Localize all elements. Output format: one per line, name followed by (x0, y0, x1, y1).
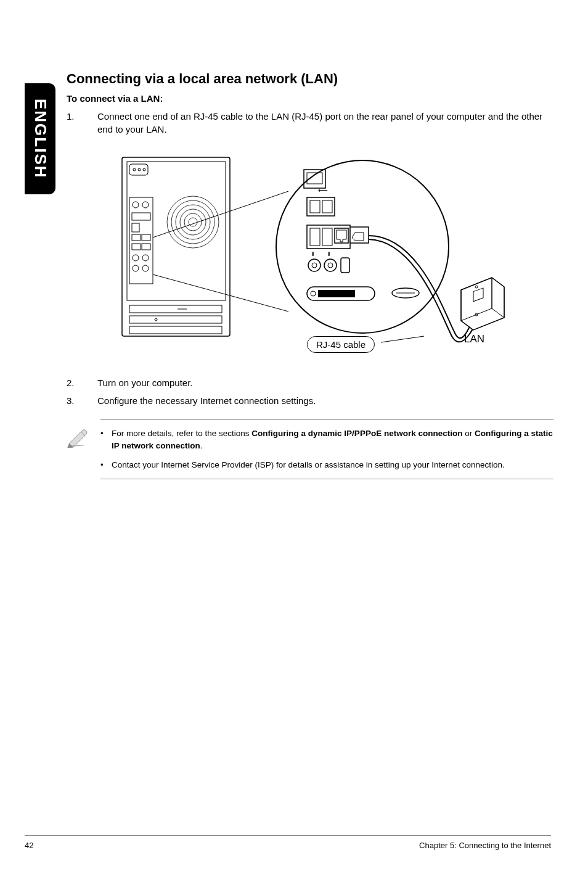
svg-point-5 (143, 168, 145, 171)
svg-rect-18 (142, 234, 150, 241)
step-text: Turn on your computer. (97, 376, 553, 389)
svg-point-14 (142, 202, 149, 208)
svg-line-59 (381, 336, 424, 342)
note-item: • For more details, refer to the section… (100, 427, 553, 453)
svg-point-13 (133, 202, 139, 208)
svg-point-6 (167, 196, 219, 248)
svg-point-29 (155, 318, 157, 321)
page-number: 42 (25, 841, 33, 850)
svg-rect-0 (122, 157, 230, 336)
page-footer: 42 Chapter 5: Connecting to the Internet (25, 835, 551, 850)
svg-rect-19 (132, 244, 141, 250)
note-text: Contact your Internet Service Provider (… (112, 459, 553, 471)
pencil-icon (67, 419, 94, 479)
svg-point-3 (133, 168, 136, 171)
step-text: Configure the necessary Internet connect… (97, 394, 553, 407)
main-content: Connecting via a local area network (LAN… (67, 71, 553, 479)
note-text: For more details, refer to the sections … (112, 427, 553, 453)
lan-label: LAN (464, 333, 484, 345)
step-3: 3. Configure the necessary Internet conn… (67, 394, 553, 407)
note-block: • For more details, refer to the section… (67, 419, 553, 479)
subtitle: To connect via a LAN: (67, 93, 553, 104)
language-tab: ENGLISH (25, 83, 55, 194)
bullet: • (100, 459, 112, 471)
section-title: Connecting via a local area network (LAN… (67, 71, 553, 87)
connection-diagram: ⟵ ⬇ ⬇ (97, 154, 517, 358)
cable-label: RJ-45 cable (307, 336, 375, 353)
step-1: 1. Connect one end of an RJ-45 cable to … (67, 110, 553, 136)
svg-text:⟵: ⟵ (318, 186, 328, 194)
step-number: 3. (67, 394, 97, 407)
svg-point-32 (276, 160, 449, 333)
svg-rect-17 (132, 234, 141, 241)
svg-rect-16 (132, 223, 139, 232)
svg-point-23 (133, 265, 139, 271)
bullet: • (100, 427, 112, 453)
svg-line-31 (153, 274, 288, 311)
svg-text:⬇: ⬇ (311, 251, 316, 257)
step-text: Connect one end of an RJ-45 cable to the… (97, 110, 553, 136)
svg-point-7 (171, 200, 214, 244)
svg-point-4 (138, 168, 141, 171)
svg-rect-20 (142, 244, 150, 250)
svg-rect-25 (129, 305, 222, 313)
svg-point-22 (142, 255, 149, 261)
svg-point-24 (142, 265, 149, 271)
note-content: • For more details, refer to the section… (100, 419, 553, 479)
svg-rect-1 (127, 162, 226, 300)
svg-line-30 (153, 191, 288, 237)
svg-point-21 (133, 255, 139, 261)
step-number: 2. (67, 376, 97, 389)
svg-text:⬇: ⬇ (327, 251, 332, 257)
svg-point-9 (180, 209, 206, 235)
chapter-label: Chapter 5: Connecting to the Internet (419, 841, 551, 850)
svg-rect-15 (132, 213, 150, 220)
svg-rect-52 (318, 290, 355, 297)
step-2: 2. Turn on your computer. (67, 376, 553, 389)
note-item: • Contact your Internet Service Provider… (100, 459, 553, 471)
step-number: 1. (67, 110, 97, 136)
svg-rect-26 (129, 316, 222, 323)
svg-point-8 (176, 205, 210, 239)
svg-rect-27 (129, 326, 222, 334)
